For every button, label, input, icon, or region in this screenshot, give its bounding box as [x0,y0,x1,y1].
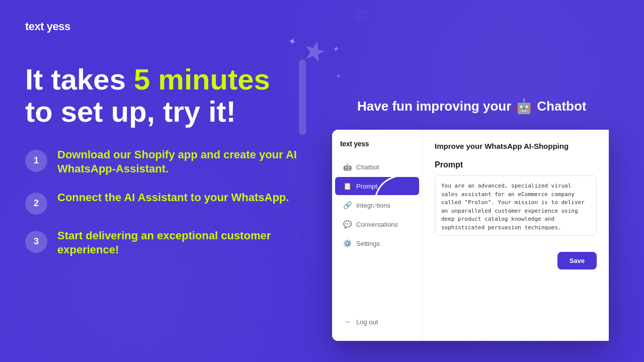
robot-emoji: 🤖 [515,98,533,115]
step-2: 2 Connect the AI Assistant to your Whats… [25,191,327,215]
save-button[interactable]: Save [557,252,597,269]
step-number-2: 2 [25,193,47,215]
app-mockup: text yess 🤖 Chatbot 📋 Prompt 🔗 Integrati… [332,130,609,341]
step-1: 1 Download our Shopify app and create yo… [25,148,327,176]
fun-label-prefix: Have fun improving your [357,99,511,114]
sidebar-label-settings: Settings [356,240,380,247]
prompt-label: Prompt [435,160,597,169]
svg-rect-0 [299,59,306,135]
logout-icon: → [343,318,351,326]
step-text-2: Connect the AI Assistant to your WhatsAp… [57,191,289,205]
step-number-1: 1 [25,150,47,172]
chatbot-icon: 🤖 [343,163,351,171]
right-panel: Have fun improving your 🤖 Chatbot text y… [352,0,644,362]
sidebar-label-conversations: Conversations [356,221,398,228]
logout-label: Log out [356,318,378,326]
left-panel: text yess ✦ ✦ ✦ It takes 5 minutes to se… [0,0,352,362]
step-text-1: Download our Shopify app and create your… [57,148,327,176]
svg-text:✦: ✦ [332,44,340,54]
sidebar-label-chatbot: Chatbot [356,163,379,171]
hero-line2: to set up, try it! [25,95,236,128]
fun-label-suffix: Chatbot [537,99,586,114]
svg-text:✦: ✦ [335,72,342,80]
prompt-icon: 📋 [343,182,351,190]
app-sidebar-logo: text yess [332,140,422,158]
step-number-3: 3 [25,231,47,253]
conversations-icon: 💬 [343,220,351,228]
hero-highlight: 5 minutes [134,63,270,96]
curved-arrow-decoration [367,171,418,218]
integrations-icon: 🔗 [343,201,351,209]
prompt-section: Prompt [435,160,597,238]
settings-icon: ⚙️ [343,239,351,247]
step-text-3: Start delivering an exceptional customer… [57,229,327,257]
sidebar-item-settings[interactable]: ⚙️ Settings [335,234,419,252]
hero-title-prefix: It takes [25,63,134,96]
app-main-content: Improve your WhatsApp AI-Shopping Prompt… [423,130,609,341]
app-sidebar: text yess 🤖 Chatbot 📋 Prompt 🔗 Integrati… [332,130,423,341]
steps-list: 1 Download our Shopify app and create yo… [25,148,327,257]
fun-label: Have fun improving your 🤖 Chatbot [352,15,586,115]
step-3: 3 Start delivering an exceptional custom… [25,229,327,257]
prompt-textarea[interactable] [435,175,597,236]
logout-button[interactable]: → Log out [335,313,419,331]
app-main-title: Improve your WhatsApp AI-Shopping [435,142,597,150]
svg-marker-1 [303,39,328,63]
svg-text:✦: ✦ [287,35,298,48]
